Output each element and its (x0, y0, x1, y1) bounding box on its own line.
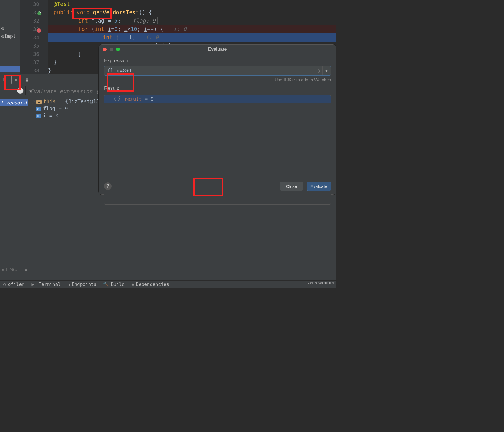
frames-panel[interactable]: t.vendor.biz) (0, 96, 28, 281)
dropdown-icon[interactable]: ▾ (25, 86, 36, 96)
code-line[interactable]: public void getVendorsTest() { (48, 8, 336, 17)
close-button[interactable]: Close (280, 182, 303, 191)
bottom-tab[interactable]: ⩍Endpoints (68, 282, 97, 287)
evaluate-button[interactable]: Evaluate (307, 182, 331, 191)
tree-node[interactable]: e (0, 25, 20, 32)
tab-icon: ⩍ (68, 282, 70, 287)
line-number[interactable]: 33✔ (20, 25, 44, 33)
expression-text[interactable]: flag=8+1 (104, 66, 314, 75)
line-number[interactable]: 32 (20, 17, 44, 25)
frame-selected[interactable]: t.vendor.biz) (0, 99, 28, 106)
tree-node[interactable]: eImpl (0, 33, 20, 40)
line-number[interactable]: 38 (20, 66, 44, 75)
bottom-toolbar: ◔ofiler▶_Terminal⩍Endpoints🔨Build◈Depend… (0, 280, 336, 288)
code-line[interactable]: int flag = 5; flag: 9 (48, 17, 336, 25)
line-number[interactable]: 35 (20, 42, 44, 50)
code-line[interactable]: @Test (48, 0, 336, 8)
line-number[interactable]: 30 (20, 0, 44, 8)
result-label: Result: (99, 83, 336, 93)
history-dropdown-icon[interactable]: ▾ (322, 66, 331, 75)
bottom-tab[interactable]: ▶_Terminal (31, 282, 60, 287)
watermark: CSDN @hellosc01 (308, 281, 334, 284)
svg-point-0 (37, 11, 41, 15)
expression-input[interactable]: flag=8+1 ▾ (104, 66, 331, 76)
help-icon[interactable]: ? (104, 182, 112, 190)
line-number[interactable]: 31 (20, 8, 44, 17)
evaluate-dialog: Evaluate Expression: flag=8+1 ▾ Use ⇧⌘↩ … (99, 44, 336, 195)
bottom-tab[interactable]: 🔨Build (103, 282, 124, 287)
line-number[interactable]: 34 (20, 33, 44, 42)
filter-icon[interactable]: ⚪ (15, 86, 26, 95)
line-number[interactable]: 36 (20, 50, 44, 58)
tree-selection[interactable] (0, 66, 20, 72)
glasses-icon (114, 97, 120, 101)
editor-fold-gutter[interactable] (44, 0, 48, 74)
dialog-title: Evaluate (99, 47, 336, 52)
bottom-tab[interactable]: ◔ofiler (3, 282, 24, 287)
result-row[interactable]: result = 9 (104, 95, 331, 103)
code-line[interactable]: for (int i=0; i<10; i++) { i: 0 (48, 25, 336, 33)
tab-icon: 🔨 (103, 282, 109, 287)
more-icon[interactable]: ≣ (24, 76, 30, 83)
project-tree[interactable]: e eImpl (0, 0, 20, 74)
bottom-tab[interactable]: ◈Dependencies (132, 282, 169, 287)
code-line[interactable]: int j = i; i: 0 (48, 33, 336, 42)
editor-gutter[interactable]: 30313233✔343536373839 (20, 0, 44, 74)
watches-hint: Use ⇧⌘↩ to add to Watches (99, 76, 336, 83)
nav-hint: nd ⌃⌘↓× (0, 266, 336, 274)
tab-icon: ◔ (3, 282, 6, 287)
tab-icon: ◈ (132, 282, 134, 287)
close-icon[interactable]: × (25, 267, 27, 272)
calculator-icon[interactable]: ▦ (11, 76, 21, 84)
tab-icon: ▶_ (31, 282, 37, 287)
expression-label: Expression: (99, 54, 336, 66)
cursor-icon[interactable]: ↳I (2, 76, 9, 83)
line-number[interactable]: 37 (20, 58, 44, 66)
expand-icon[interactable] (314, 66, 322, 75)
